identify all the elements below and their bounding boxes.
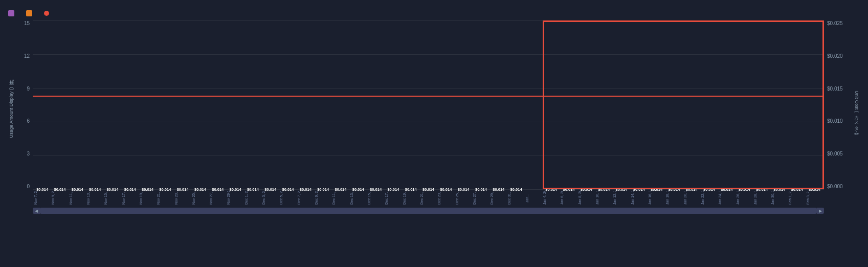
bar-group: $0.014 <box>560 20 577 189</box>
bar-group: $0.014 <box>51 20 68 189</box>
bar-group: $0.014 <box>543 20 560 189</box>
x-axis-label: Nov 9, 2024... <box>51 191 68 205</box>
chart-container: Usage Amount Display (百計) 15 12 9 6 3 0 … <box>0 0 868 267</box>
x-axis-label: Feb 1, 2025... <box>788 191 805 205</box>
x-axis-label: Nov 27, 202... <box>209 191 226 205</box>
x-axis: Nov 7, 2024...Nov 9, 2024...Nov 11, 202.… <box>33 189 824 205</box>
bar-group: $0.014 <box>244 20 261 189</box>
scroll-right-button[interactable]: ▶ <box>817 208 824 214</box>
bar-group: $0.014 <box>507 20 524 189</box>
x-axis-label: Dec 7, 2024... <box>297 191 314 205</box>
x-axis-label: Nov 25, 202... <box>192 191 209 205</box>
x-axis-label: Dec 23, 202... <box>437 191 454 205</box>
y-axis-left-label: Usage Amount Display (百計) <box>8 87 15 138</box>
x-axis-label: Jan 30, 202... <box>771 191 788 205</box>
bar-group: $0.014 <box>297 20 314 189</box>
bar-group: $0.014 <box>174 20 191 189</box>
bar-group: $0.014 <box>262 20 279 189</box>
bar-group: $0.014 <box>631 20 648 189</box>
bar-group: $0.014 <box>350 20 367 189</box>
legend <box>8 10 860 16</box>
x-axis-label: Nov 11, 202... <box>69 191 86 205</box>
bar-group: $0.014 <box>753 20 770 189</box>
bar-group: $0.014 <box>86 20 103 189</box>
x-axis-label: Nov 23, 202... <box>174 191 191 205</box>
savings-plan-swatch <box>8 10 14 16</box>
x-axis-label: Jan 6, 2025... <box>560 191 577 205</box>
x-axis-label: Jan 8, 2025... <box>578 191 595 205</box>
bar-group: $0.014 <box>648 20 665 189</box>
x-axis-label: Nov 13, 202... <box>86 191 103 205</box>
bar-group: $0.014 <box>806 20 823 189</box>
x-axis-label: Dec 17, 202... <box>385 191 402 205</box>
bar-group: $0.014 <box>122 20 139 189</box>
bar-group: $0.014 <box>718 20 735 189</box>
chart-inner: $0.014$0.014$0.014$0.014$0.014$0.014$0.0… <box>33 20 824 205</box>
bar-group: $0.014 <box>455 20 472 189</box>
bar-group: $0.014 <box>34 20 51 189</box>
bar-group: $0.014 <box>683 20 700 189</box>
scroll-left-button[interactable]: ◀ <box>33 208 40 214</box>
x-axis-label: Nov 21, 202... <box>157 191 173 205</box>
x-axis-label: Jan 4, 2025... <box>543 191 560 205</box>
x-axis-label: Dec 3, 2024... <box>262 191 279 205</box>
scrollbar-thumb[interactable] <box>40 208 817 214</box>
x-axis-label: Dec 25, 202... <box>455 191 472 205</box>
bar-group: $0.014 <box>736 20 753 189</box>
bar-group: $0.014 <box>613 20 630 189</box>
bar-group: $0.014 <box>315 20 331 189</box>
x-axis-label: Dec 5, 2024... <box>279 191 296 205</box>
bar-group: $0.014 <box>104 20 121 189</box>
x-axis-label: Nov 29-202... <box>227 191 243 205</box>
bar-group: $0.014 <box>192 20 209 189</box>
y-axis-right-label: Unit Cost (カスタム) <box>853 91 860 135</box>
y-axis-right: $0.025 $0.020 $0.015 $0.010 $0.005 $0.00… <box>824 20 851 205</box>
bar-group: $0.014 <box>209 20 226 189</box>
bar-group: $0.014 <box>701 20 718 189</box>
x-axis-label: Dec 9, 2024... <box>315 191 331 205</box>
bar-group: $0.014 <box>332 20 349 189</box>
x-axis-label: Jan... <box>525 191 542 205</box>
bar-group <box>525 20 542 189</box>
x-axis-label: Jan 18, 202... <box>665 191 682 205</box>
bars-wrapper: $0.014$0.014$0.014$0.014$0.014$0.014$0.0… <box>33 20 824 189</box>
bar-group: $0.014 <box>665 20 682 189</box>
unit-cost-swatch <box>44 11 49 16</box>
bar-group: $0.014 <box>490 20 507 189</box>
bar-group: $0.014 <box>227 20 243 189</box>
x-axis-label: Nov 15, 202... <box>104 191 121 205</box>
bar-group: $0.014 <box>771 20 788 189</box>
x-axis-label: Dec 11, 202... <box>332 191 349 205</box>
x-axis-label: Dec 1, 2024... <box>244 191 261 205</box>
bar-group: $0.014 <box>69 20 86 189</box>
bar-group: $0.014 <box>367 20 384 189</box>
legend-on-demand <box>26 10 35 16</box>
x-axis-label: Dec 27, 202... <box>473 191 489 205</box>
bar-group: $0.014 <box>139 20 156 189</box>
bar-group: $0.014 <box>788 20 805 189</box>
x-axis-label: Nov 7, 2024... <box>34 191 51 205</box>
x-axis-label: Jan 24, 202... <box>718 191 735 205</box>
bar-group: $0.014 <box>473 20 489 189</box>
x-axis-label: Jan 14, 202... <box>631 191 648 205</box>
x-axis-label: Dec 31, 202... <box>507 191 524 205</box>
y-axis-left: 15 12 9 6 3 0 <box>18 20 33 205</box>
x-axis-label: Feb 3, 2025... <box>806 191 823 205</box>
x-axis-label: Jan 20, 202... <box>683 191 700 205</box>
x-axis-label: Jan 28, 202... <box>753 191 770 205</box>
x-axis-label: Dec 19, 202... <box>403 191 419 205</box>
x-axis-label: Nov 19, 202... <box>139 191 156 205</box>
x-axis-label: Jan 22, 202... <box>701 191 718 205</box>
bar-group: $0.014 <box>437 20 454 189</box>
x-axis-label: Jan 10, 202... <box>595 191 612 205</box>
bar-group: $0.014 <box>420 20 437 189</box>
x-axis-label: Jan 12, 202... <box>613 191 630 205</box>
scrollbar[interactable]: ◀ ▶ <box>33 208 824 214</box>
bar-group: $0.014 <box>385 20 402 189</box>
on-demand-swatch <box>26 10 32 16</box>
bar-group: $0.014 <box>595 20 612 189</box>
x-axis-label: Jan 16, 202... <box>648 191 665 205</box>
legend-savings-plan <box>8 10 17 16</box>
bar-group: $0.014 <box>157 20 173 189</box>
x-axis-label: Dec 15, 202... <box>367 191 384 205</box>
